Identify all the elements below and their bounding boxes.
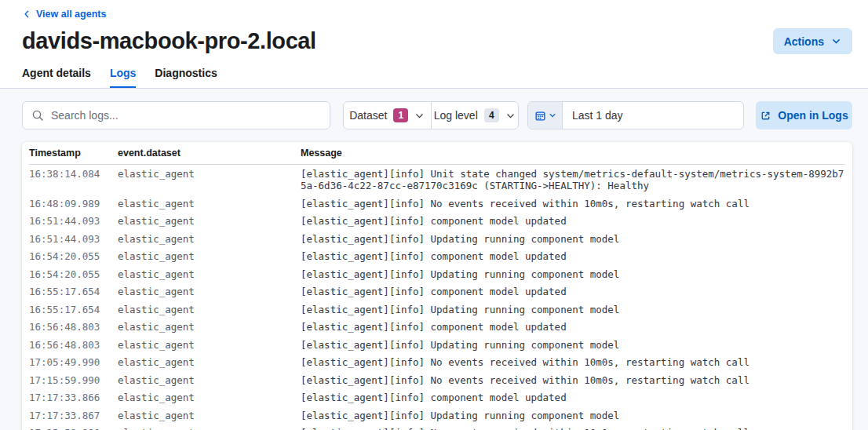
log-message: [elastic_agent][info] No events received… xyxy=(301,374,845,387)
log-table-header: Timestamp event.dataset Message xyxy=(29,142,845,165)
log-dataset: elastic_agent xyxy=(118,374,301,387)
log-message: [elastic_agent][info] Updating running c… xyxy=(301,268,845,281)
log-message: [elastic_agent][info] component model up… xyxy=(301,250,845,263)
log-timestamp: 17:05:49.990 xyxy=(29,356,118,369)
log-dataset: elastic_agent xyxy=(118,410,301,422)
log-message: [elastic_agent][info] No events received… xyxy=(301,356,845,369)
table-row: 16:55:17.654 elastic_agent [elastic_agen… xyxy=(29,283,845,301)
dataset-filter-button[interactable]: Dataset 1 xyxy=(344,102,431,129)
open-in-logs-label: Open in Logs xyxy=(778,109,848,122)
table-row: 17:15:59.990 elastic_agent [elastic_agen… xyxy=(29,371,845,389)
log-table[interactable]: Timestamp event.dataset Message 16:38:14… xyxy=(22,142,852,430)
table-row: 16:54:20.055 elastic_agent [elastic_agen… xyxy=(29,248,845,266)
log-message: [elastic_agent][info] Updating running c… xyxy=(301,339,845,352)
open-in-logs-button[interactable]: Open in Logs xyxy=(756,101,852,129)
log-message: [elastic_agent][info] No events received… xyxy=(301,198,845,210)
log-timestamp: 16:55:17.654 xyxy=(29,304,118,316)
log-message: [elastic_agent][info] Updating running c… xyxy=(301,233,845,246)
log-dataset: elastic_agent xyxy=(118,427,301,430)
log-timestamp: 16:54:20.055 xyxy=(29,268,118,281)
log-timestamp: 17:17:33.866 xyxy=(29,392,118,404)
log-timestamp: 16:54:20.055 xyxy=(29,250,118,263)
table-row: 16:56:48.803 elastic_agent [elastic_agen… xyxy=(29,336,845,354)
log-message: [elastic_agent][info] component model up… xyxy=(301,286,845,298)
log-dataset: elastic_agent xyxy=(118,168,301,192)
log-timestamp: 16:56:48.803 xyxy=(29,321,118,333)
date-quick-select-button[interactable] xyxy=(528,102,563,129)
page-header: View all agents davids-macbook-pro-2.loc… xyxy=(0,0,868,89)
log-dataset: elastic_agent xyxy=(118,339,301,352)
chevron-down-icon xyxy=(549,111,556,119)
log-message: [elastic_agent][info] Updating running c… xyxy=(301,410,845,422)
table-row: 16:51:44.093 elastic_agent [elastic_agen… xyxy=(29,213,845,231)
chevron-left-icon xyxy=(22,9,31,19)
back-link[interactable]: View all agents xyxy=(22,9,106,20)
log-dataset: elastic_agent xyxy=(118,286,301,298)
log-message: [elastic_agent][info] Unit state changed… xyxy=(301,168,845,192)
log-timestamp: 16:38:14.084 xyxy=(29,168,118,192)
table-row: 17:17:33.866 elastic_agent [elastic_agen… xyxy=(29,389,845,407)
log-dataset: elastic_agent xyxy=(118,215,301,228)
table-row: 16:55:17.654 elastic_agent [elastic_agen… xyxy=(29,301,845,319)
popout-icon xyxy=(760,110,771,122)
table-row: 16:54:20.055 elastic_agent [elastic_agen… xyxy=(29,265,845,283)
log-timestamp: 16:56:48.803 xyxy=(29,339,118,352)
search-box xyxy=(22,101,330,129)
tab-logs[interactable]: Logs xyxy=(110,67,136,88)
tab-agent-details[interactable]: Agent details xyxy=(22,67,91,88)
log-timestamp: 16:51:44.093 xyxy=(29,233,118,246)
back-link-label: View all agents xyxy=(36,9,106,20)
search-icon xyxy=(31,109,44,122)
log-timestamp: 17:15:59.990 xyxy=(29,374,118,387)
log-dataset: elastic_agent xyxy=(118,233,301,246)
log-dataset: elastic_agent xyxy=(118,250,301,263)
log-table-body: 16:38:14.084 elastic_agent [elastic_agen… xyxy=(29,165,845,430)
actions-button-label: Actions xyxy=(784,35,824,48)
logs-toolbar: Dataset 1 Log level 4 xyxy=(22,101,852,129)
log-timestamp: 16:51:44.093 xyxy=(29,215,118,228)
log-level-filter-button[interactable]: Log level 4 xyxy=(431,102,519,129)
log-dataset: elastic_agent xyxy=(118,268,301,281)
calendar-icon xyxy=(534,110,546,122)
table-row: 16:56:48.803 elastic_agent [elastic_agen… xyxy=(29,319,845,337)
table-row: 16:51:44.093 elastic_agent [elastic_agen… xyxy=(29,230,845,248)
page-title: davids-macbook-pro-2.local xyxy=(22,27,316,55)
column-header-message: Message xyxy=(301,148,845,159)
log-dataset: elastic_agent xyxy=(118,392,301,404)
log-dataset: elastic_agent xyxy=(118,321,301,333)
table-row: 17:05:49.990 elastic_agent [elastic_agen… xyxy=(29,354,845,372)
chevron-down-icon xyxy=(831,36,841,46)
column-header-timestamp: Timestamp xyxy=(29,148,118,159)
date-picker: Last 1 day xyxy=(527,101,744,129)
table-row: 16:38:14.084 elastic_agent [elastic_agen… xyxy=(29,165,845,195)
tab-diagnostics[interactable]: Diagnostics xyxy=(155,67,217,88)
log-timestamp: 17:25:59.990 xyxy=(29,427,118,430)
dataset-count-badge: 1 xyxy=(393,108,408,122)
log-dataset: elastic_agent xyxy=(118,304,301,316)
logs-panel: Dataset 1 Log level 4 xyxy=(0,89,868,430)
log-timestamp: 17:17:33.867 xyxy=(29,410,118,422)
log-dataset: elastic_agent xyxy=(118,198,301,210)
search-input[interactable] xyxy=(51,109,321,122)
log-message: [elastic_agent][info] component model up… xyxy=(301,215,845,228)
tab-bar: Agent details Logs Diagnostics xyxy=(22,67,852,88)
log-timestamp: 16:48:09.989 xyxy=(29,198,118,210)
time-range-value[interactable]: Last 1 day xyxy=(563,102,743,129)
chevron-down-icon xyxy=(414,111,425,121)
filter-group: Dataset 1 Log level 4 xyxy=(343,101,519,129)
table-row: 17:17:33.867 elastic_agent [elastic_agen… xyxy=(29,406,845,425)
log-message: [elastic_agent][info] component model up… xyxy=(301,321,845,333)
table-row: 17:25:59.990 elastic_agent [elastic_agen… xyxy=(29,425,845,430)
chevron-down-icon xyxy=(505,111,516,121)
log-message: [elastic_agent][info] No events received… xyxy=(301,427,845,430)
log-level-count-badge: 4 xyxy=(484,108,499,122)
log-message: [elastic_agent][info] Updating running c… xyxy=(301,304,845,316)
log-message: [elastic_agent][info] component model up… xyxy=(301,392,845,404)
column-header-dataset: event.dataset xyxy=(118,148,301,159)
log-dataset: elastic_agent xyxy=(118,356,301,369)
actions-button[interactable]: Actions xyxy=(773,28,852,54)
dataset-filter-label: Dataset xyxy=(349,109,387,122)
log-level-filter-label: Log level xyxy=(434,109,478,122)
log-timestamp: 16:55:17.654 xyxy=(29,286,118,298)
table-row: 16:48:09.989 elastic_agent [elastic_agen… xyxy=(29,195,845,213)
